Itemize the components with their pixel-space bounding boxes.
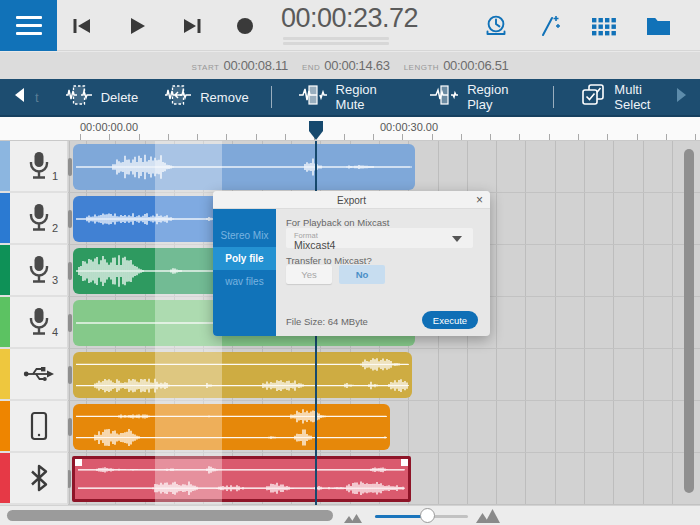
close-icon[interactable]: × <box>476 193 483 207</box>
track-header-mic-4[interactable]: 4 <box>0 297 68 349</box>
waveform <box>75 459 408 499</box>
transport-controls <box>60 0 267 51</box>
track-number: 3 <box>52 274 58 286</box>
region-remove-icon <box>164 84 192 110</box>
bottom-bar <box>0 505 700 525</box>
toolbar-separator <box>271 86 272 108</box>
zoom-in-icon[interactable] <box>475 508 501 525</box>
track-headers: 1234 <box>0 141 68 505</box>
export-dialog-tabs: Stereo MixPoly filewav files <box>213 209 276 336</box>
ruler-ticks <box>80 134 700 140</box>
export-tab-stereo-mix[interactable]: Stereo Mix <box>213 224 276 247</box>
region-grip[interactable] <box>68 210 72 228</box>
track-color-stripe <box>0 245 10 295</box>
record-button[interactable] <box>223 4 267 48</box>
export-dialog-titlebar: Export × <box>213 191 490 209</box>
usb-icon <box>10 349 68 399</box>
track-header-usb[interactable] <box>0 349 68 401</box>
track-number: 4 <box>52 326 58 338</box>
region-grip[interactable] <box>68 262 72 280</box>
format-dropdown[interactable]: Format Mixcast4 <box>286 228 473 248</box>
selection-info-bar: START 00:00:08.11 END 00:00:14.63 LENGTH… <box>0 52 700 79</box>
vertical-scrollbar[interactable] <box>684 149 694 493</box>
file-size-text: File Size: 64 MByte <box>286 316 368 327</box>
toolbar-item-label: Multi Select <box>614 82 676 112</box>
region-mute-icon <box>298 84 328 110</box>
track-header-mic-3[interactable]: 3 <box>0 245 68 297</box>
toolbar-item-region-play[interactable]: Region Play <box>429 82 531 112</box>
timeline-ruler[interactable]: 00:00:00.00 00:00:30.00 <box>0 117 700 141</box>
play-button[interactable] <box>115 4 159 48</box>
toolbar-scroll-left-icon[interactable] <box>13 87 25 107</box>
audio-region-smartphone[interactable] <box>73 404 390 450</box>
zoom-out-icon[interactable] <box>343 510 363 525</box>
multi-select-icon <box>580 83 606 111</box>
execute-button[interactable]: Execute <box>422 311 478 329</box>
end-label: END <box>302 63 320 72</box>
no-button[interactable]: No <box>339 265 385 284</box>
yes-button[interactable]: Yes <box>286 265 332 284</box>
selection-start: START 00:00:08.11 <box>191 58 287 73</box>
audio-region-mic-1[interactable] <box>73 144 415 190</box>
folder-icon[interactable] <box>646 15 671 36</box>
track-header-mic-2[interactable]: 2 <box>0 193 68 245</box>
region-handle-right[interactable] <box>401 459 408 466</box>
skip-forward-button[interactable] <box>170 4 214 48</box>
hamburger-menu-button[interactable] <box>0 0 57 51</box>
export-tab-wav-files[interactable]: wav files <box>213 270 276 293</box>
top-bar: 00:00:23.72 <box>0 0 700 51</box>
mic-icon <box>10 141 68 191</box>
format-field-value: Mixcast4 <box>294 239 335 251</box>
region-grip[interactable] <box>68 158 72 176</box>
track-color-stripe <box>0 401 10 451</box>
track-color-stripe <box>0 349 10 399</box>
toolbar-item-multi-select[interactable]: Multi Select <box>580 82 676 112</box>
mic-icon <box>10 297 68 347</box>
ruler-label-0: 00:00:00.00 <box>80 121 138 133</box>
region-delete-icon <box>65 84 93 110</box>
end-value: 00:00:14.63 <box>324 58 389 73</box>
toolbar-scroll-right-icon[interactable] <box>676 87 688 107</box>
top-right-actions <box>483 0 671 51</box>
selection-end: END 00:00:14.63 <box>302 58 390 73</box>
region-grip[interactable] <box>68 314 72 332</box>
toolbar-item-region-mute[interactable]: Region Mute <box>298 82 404 112</box>
audio-region-usb[interactable] <box>73 352 412 398</box>
track-color-stripe <box>0 453 10 503</box>
toolbar-item-delete[interactable]: Delete <box>65 84 139 110</box>
audio-region-bluetooth-selected[interactable] <box>72 456 411 502</box>
selection-range-overlay <box>155 141 222 505</box>
toolbar-item-label: Delete <box>101 90 139 105</box>
magic-wand-icon[interactable] <box>537 13 563 39</box>
track-header-smartphone[interactable] <box>0 401 68 453</box>
edit-toolbar: t DeleteRemoveRegion MuteRegion PlayMult… <box>0 79 700 117</box>
toolbar-item-remove[interactable]: Remove <box>164 84 248 110</box>
waveform <box>73 404 390 450</box>
zoom-slider-knob[interactable] <box>420 508 435 523</box>
level-meter-top <box>283 37 389 40</box>
export-tab-poly-file[interactable]: Poly file <box>213 247 276 270</box>
history-clock-icon[interactable] <box>483 13 509 39</box>
time-display: 00:00:23.72 <box>281 3 393 34</box>
waveform <box>73 352 412 398</box>
track-color-stripe <box>0 141 10 191</box>
length-label: LENGTH <box>404 63 439 72</box>
skip-back-button[interactable] <box>60 4 104 48</box>
horizontal-scrollbar[interactable] <box>7 510 333 521</box>
length-value: 00:00:06.51 <box>443 58 508 73</box>
app: { "topbar": { "time": "00:00:23.72" }, "… <box>0 0 700 525</box>
region-grip[interactable] <box>68 418 72 436</box>
selection-length: LENGTH 00:00:06.51 <box>404 58 509 73</box>
toolbar-separator <box>553 86 554 108</box>
track-header-bluetooth[interactable] <box>0 453 68 505</box>
waveform <box>73 144 415 190</box>
track-header-mic-1[interactable]: 1 <box>0 141 68 193</box>
start-label: START <box>191 63 219 72</box>
region-grip[interactable] <box>68 366 72 384</box>
grid-apps-icon[interactable] <box>591 15 618 37</box>
toolbar-item-label: Region Mute <box>336 82 404 112</box>
bluetooth-icon <box>10 453 68 503</box>
region-handle-left[interactable] <box>75 459 82 466</box>
start-value: 00:00:08.11 <box>223 58 287 73</box>
ruler-label-30: 00:00:30.00 <box>380 121 438 133</box>
